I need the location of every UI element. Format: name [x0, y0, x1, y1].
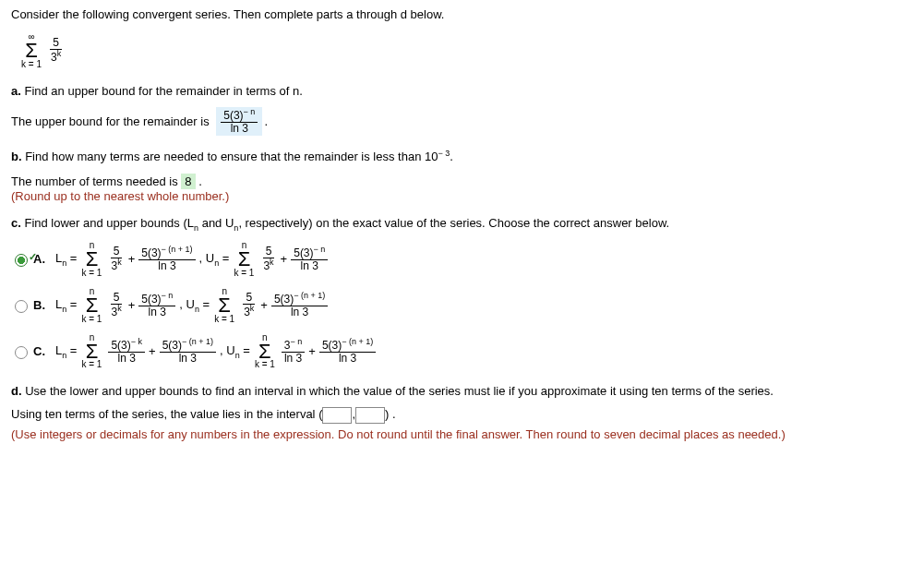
option-formula: Ln =nΣk = 153k+5(3)− (n + 1)ln 3, Un =nΣ… — [55, 241, 330, 278]
option-row-C[interactable]: C.Ln =nΣk = 15(3)− kln 3+5(3)− (n + 1)ln… — [15, 333, 889, 370]
option-label: C. — [33, 344, 50, 358]
option-label: B. — [33, 298, 50, 312]
part-c-prompt: c. Find lower and upper bounds (Ln and U… — [11, 216, 889, 233]
part-b-hint: (Round up to the nearest whole number.) — [11, 189, 889, 203]
part-b-answer: 8 — [181, 174, 195, 189]
part-d-answer-line: Using ten terms of the series, the value… — [11, 407, 889, 424]
part-d: d. Use the lower and upper bounds to fin… — [11, 384, 889, 441]
part-d-prompt: d. Use the lower and upper bounds to fin… — [11, 384, 889, 398]
part-a-answer-line: The upper bound for the remainder is 5(3… — [11, 107, 889, 136]
option-formula: Ln =nΣk = 15(3)− kln 3+5(3)− (n + 1)ln 3… — [55, 333, 378, 370]
radio-A[interactable] — [15, 254, 28, 267]
part-c: c. Find lower and upper bounds (Ln and U… — [11, 216, 889, 370]
option-row-A[interactable]: A.Ln =nΣk = 153k+5(3)− (n + 1)ln 3, Un =… — [15, 241, 889, 278]
part-b: b. Find how many terms are needed to ens… — [11, 149, 889, 202]
part-b-prompt: b. Find how many terms are needed to ens… — [11, 149, 889, 163]
part-d-hint: (Use integers or decimals for any number… — [11, 427, 889, 441]
part-a: a. a. Find an upper bound for the remain… — [11, 84, 889, 136]
interval-upper-input[interactable] — [355, 407, 385, 424]
interval-lower-input[interactable] — [322, 407, 352, 424]
radio-B[interactable] — [15, 300, 28, 313]
part-a-prompt: a. a. Find an upper bound for the remain… — [11, 84, 889, 98]
option-row-B[interactable]: B.Ln =nΣk = 153k+5(3)− nln 3, Un =nΣk = … — [15, 287, 889, 324]
part-c-options: A.Ln =nΣk = 153k+5(3)− (n + 1)ln 3, Un =… — [15, 241, 889, 369]
part-a-answer: 5(3)− n ln 3 — [216, 107, 262, 136]
part-b-answer-line: The number of terms needed is 8 . — [11, 174, 889, 189]
option-formula: Ln =nΣk = 153k+5(3)− nln 3, Un =nΣk = 15… — [55, 287, 330, 324]
radio-C[interactable] — [15, 346, 28, 359]
series-formula: ∞ Σ k = 1 5 3k — [18, 32, 889, 69]
intro-text: Consider the following convergent series… — [11, 7, 889, 21]
